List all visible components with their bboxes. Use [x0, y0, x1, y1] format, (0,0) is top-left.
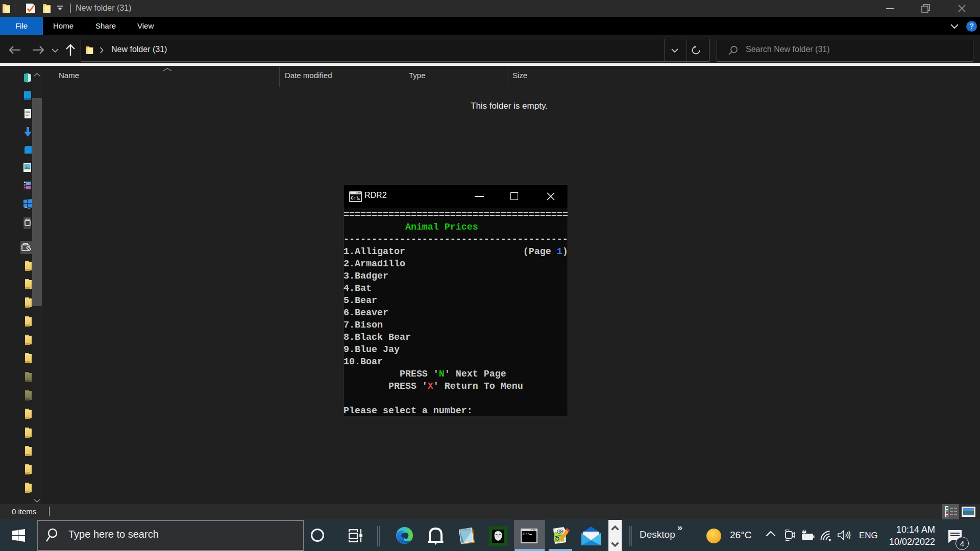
svg-text:C:\: C:\: [351, 196, 359, 201]
svg-text:C:\: C:\: [523, 532, 530, 536]
